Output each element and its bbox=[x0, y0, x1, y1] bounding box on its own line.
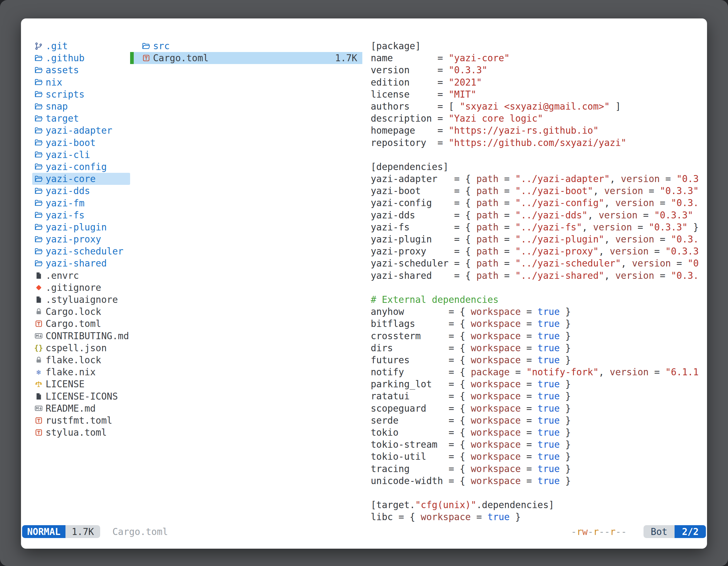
item-label: flake.nix bbox=[46, 366, 96, 377]
item-label: cspell.json bbox=[46, 342, 107, 353]
dir-item-yazi-core[interactable]: yazi-core bbox=[32, 173, 130, 185]
code-line: [dependencies] bbox=[371, 161, 704, 173]
mode-indicator: NORMAL bbox=[22, 525, 65, 538]
item-label: src bbox=[153, 41, 170, 51]
file-item-.envrc[interactable]: .envrc bbox=[32, 270, 130, 282]
dir-item-yazi-proxy[interactable]: yazi-proxy bbox=[32, 233, 130, 245]
file-item-stylua.toml[interactable]: stylua.toml bbox=[32, 426, 130, 438]
status-bar: NORMAL 1.7K Cargo.toml -rw-r--r-- Bot 2/… bbox=[22, 525, 706, 538]
item-label: CONTRIBUTING.md bbox=[46, 330, 129, 341]
code-line: yazi-adapter = { path = "../yazi-adapter… bbox=[371, 173, 704, 185]
item-label: snap bbox=[46, 101, 68, 112]
item-label: target bbox=[46, 113, 79, 124]
dir-item-yazi-plugin[interactable]: yazi-plugin bbox=[32, 221, 130, 233]
file-icon bbox=[34, 391, 43, 401]
dir-item-yazi-dds[interactable]: yazi-dds bbox=[32, 185, 130, 197]
file-item-Cargo.toml[interactable]: Cargo.toml bbox=[32, 318, 130, 330]
item-label: yazi-dds bbox=[46, 186, 90, 196]
code-line bbox=[371, 487, 704, 499]
dir-item-yazi-cli[interactable]: yazi-cli bbox=[32, 149, 130, 161]
code-line: name = "yazi-core" bbox=[371, 52, 704, 64]
lock-icon bbox=[34, 307, 43, 316]
dir-item-yazi-boot[interactable]: yazi-boot bbox=[32, 137, 130, 149]
markdown-icon bbox=[34, 403, 43, 413]
dir-item-.git[interactable]: .git bbox=[32, 40, 130, 52]
code-line: unicode-width = { workspace = true } bbox=[371, 475, 704, 487]
item-label: yazi-core bbox=[46, 173, 96, 184]
dir-item-yazi-fm[interactable]: yazi-fm bbox=[32, 197, 130, 209]
item-label: yazi-proxy bbox=[46, 234, 101, 245]
desktop-background: .git.githubassetsnixscriptssnaptargetyaz… bbox=[0, 0, 728, 566]
code-line: repository = "https://github.com/sxyazi/… bbox=[371, 137, 704, 149]
code-line: libc = { workspace = true } bbox=[371, 511, 704, 523]
folder-icon bbox=[34, 126, 43, 135]
dir-item-.github[interactable]: .github bbox=[32, 52, 130, 64]
toml-icon bbox=[34, 428, 43, 437]
item-label: stylua.toml bbox=[46, 427, 107, 438]
file-item-README.md[interactable]: README.md bbox=[32, 402, 130, 414]
item-label: yazi-config bbox=[46, 161, 107, 172]
dir-item-yazi-shared[interactable]: yazi-shared bbox=[32, 257, 130, 269]
code-line: [package] bbox=[371, 40, 704, 52]
file-item-Cargo.lock[interactable]: Cargo.lock bbox=[32, 305, 130, 318]
folder-icon bbox=[34, 114, 43, 123]
file-item-rustfmt.toml[interactable]: rustfmt.toml bbox=[32, 414, 130, 426]
dir-item-target[interactable]: target bbox=[32, 112, 130, 125]
code-line: license = "MIT" bbox=[371, 88, 704, 100]
dir-item-scripts[interactable]: scripts bbox=[32, 88, 130, 100]
code-line: version = "0.3.3" bbox=[371, 64, 704, 76]
markdown-icon bbox=[34, 331, 43, 340]
dir-item-src[interactable]: src bbox=[130, 40, 362, 52]
code-line: crossterm = { workspace = true } bbox=[371, 330, 704, 342]
item-label: README.md bbox=[46, 403, 96, 414]
file-item-flake.nix[interactable]: ❄flake.nix bbox=[32, 366, 130, 378]
file-item-LICENSE-ICONS[interactable]: LICENSE-ICONS bbox=[32, 390, 130, 402]
file-icon bbox=[34, 271, 43, 280]
git-branch-icon bbox=[34, 41, 43, 51]
file-item-cspell.json[interactable]: {}cspell.json bbox=[32, 342, 130, 354]
folder-icon bbox=[34, 162, 43, 172]
dir-item-assets[interactable]: assets bbox=[32, 64, 130, 76]
dir-item-yazi-fs[interactable]: yazi-fs bbox=[32, 209, 130, 221]
json-braces-icon: {} bbox=[34, 343, 43, 353]
code-line: yazi-boot = { path = "../yazi-boot", ver… bbox=[371, 185, 704, 197]
item-label: LICENSE-ICONS bbox=[46, 391, 118, 402]
item-label: Cargo.toml bbox=[46, 318, 101, 329]
file-counter: 2/2 bbox=[675, 525, 706, 538]
item-label: rustfmt.toml bbox=[46, 415, 112, 426]
folder-icon bbox=[34, 235, 43, 244]
file-item-.styluaignore[interactable]: .styluaignore bbox=[32, 293, 130, 305]
folder-icon bbox=[34, 138, 43, 147]
file-item-.gitignore[interactable]: .gitignore bbox=[32, 282, 130, 293]
license-scales-icon bbox=[34, 379, 43, 389]
file-preview-pane: [package]name = "yazi-core"version = "0.… bbox=[371, 40, 704, 523]
item-label: .github bbox=[46, 53, 84, 64]
file-item-Cargo.toml[interactable]: Cargo.toml1.7K bbox=[130, 52, 362, 64]
folder-icon bbox=[34, 102, 43, 111]
nix-snowflake-icon: ❄ bbox=[34, 367, 43, 377]
dir-item-yazi-scheduler[interactable]: yazi-scheduler bbox=[32, 245, 130, 257]
yazi-terminal-window: .git.githubassetsnixscriptssnaptargetyaz… bbox=[21, 18, 707, 549]
parent-directory-pane: .git.githubassetsnixscriptssnaptargetyaz… bbox=[32, 40, 130, 438]
item-label: .styluaignore bbox=[46, 294, 118, 305]
code-line: tokio-stream = { workspace = true } bbox=[371, 438, 704, 450]
item-label: flake.lock bbox=[46, 354, 101, 365]
code-line: tokio = { workspace = true } bbox=[371, 426, 704, 438]
item-label: assets bbox=[46, 65, 79, 76]
folder-icon bbox=[34, 90, 43, 99]
code-line: bitflags = { workspace = true } bbox=[371, 318, 704, 330]
code-line: ratatui = { workspace = true } bbox=[371, 390, 704, 402]
file-item-CONTRIBUTING.md[interactable]: CONTRIBUTING.md bbox=[32, 330, 130, 342]
folder-icon bbox=[34, 186, 43, 196]
dir-item-yazi-adapter[interactable]: yazi-adapter bbox=[32, 125, 130, 137]
folder-icon bbox=[141, 41, 151, 51]
file-item-LICENSE[interactable]: LICENSE bbox=[32, 378, 130, 390]
code-line: futures = { workspace = true } bbox=[371, 354, 704, 366]
code-line: yazi-fs = { path = "../yazi-fs", version… bbox=[371, 221, 704, 233]
item-label: Cargo.lock bbox=[46, 306, 101, 317]
file-item-flake.lock[interactable]: flake.lock bbox=[32, 354, 130, 366]
dir-item-nix[interactable]: nix bbox=[32, 76, 130, 88]
code-line: edition = "2021" bbox=[371, 76, 704, 88]
dir-item-snap[interactable]: snap bbox=[32, 100, 130, 112]
dir-item-yazi-config[interactable]: yazi-config bbox=[32, 161, 130, 173]
